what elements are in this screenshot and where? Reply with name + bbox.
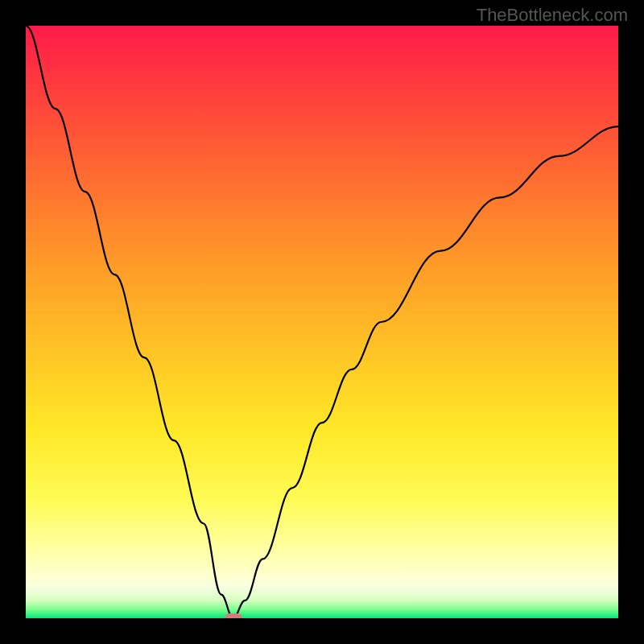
optimal-marker	[225, 613, 242, 618]
watermark-text: TheBottleneck.com	[477, 5, 628, 26]
curve-svg	[26, 26, 618, 618]
bottleneck-curve	[26, 26, 618, 618]
plot-area	[26, 26, 618, 618]
